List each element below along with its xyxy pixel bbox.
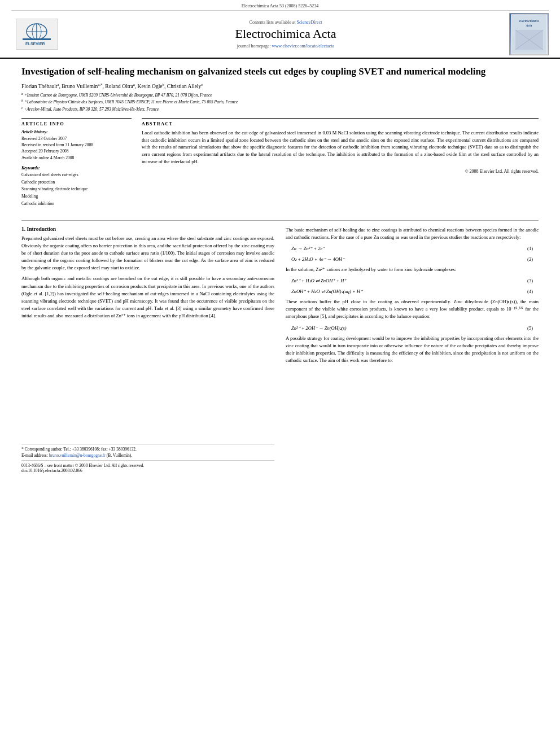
authors-line: Florian Thébaulta, Bruno Vuillemina,*, R… xyxy=(21,84,539,89)
elsevier-logo: ELSEVIER xyxy=(11,19,62,50)
keywords-group: Keywords: Galvanized steel sheets cut-ed… xyxy=(21,165,132,208)
right-para6: A possible strategy for coating developm… xyxy=(286,335,539,365)
equation-5: Zn²⁺ + 2OH⁻ → Zn(OH)₂(s) (5) xyxy=(286,324,539,332)
article-info-label: ARTICLE INFO xyxy=(21,121,132,126)
article-history: Article history: Received 23 October 200… xyxy=(21,129,132,161)
online-date: Available online 4 March 2008 xyxy=(21,155,132,161)
intro-heading: 1. Introduction xyxy=(21,226,274,232)
abstract-panel: ABSTRACT Local cathodic inhibition has b… xyxy=(142,118,539,212)
eq2-num: (2) xyxy=(527,256,533,262)
body-right-column: The basic mechanism of self-healing due … xyxy=(286,226,539,474)
equation-3: Zn²⁺ + H₂O ⇌ ZnOH⁺ + H⁺ (3) xyxy=(286,277,539,285)
page: Electrochimica Acta 53 (2008) 5226–5234 … xyxy=(0,0,560,747)
journal-title: Electrochimica Acta xyxy=(73,27,498,41)
eq3-text: Zn²⁺ + H₂O ⇌ ZnOH⁺ + H⁺ xyxy=(291,278,346,283)
section-divider xyxy=(21,220,539,221)
eq2-text: O₂ + 2H₂O + 4e⁻ → 4OH⁻ xyxy=(291,256,344,262)
journal-cover-image: Electrochimica Acta xyxy=(509,13,549,55)
equation-2: O₂ + 2H₂O + 4e⁻ → 4OH⁻ (2) xyxy=(286,255,539,263)
contents-available: Contents lists available at ScienceDirec… xyxy=(73,20,498,25)
accepted-date: Accepted 20 February 2008 xyxy=(21,148,132,154)
right-para3: The basic mechanism of self-healing due … xyxy=(286,226,539,241)
affil-a: a ᵃ Institut Carnot de Bourgogne, UMR 52… xyxy=(21,92,539,98)
keywords-list: Galvanized steel sheets cut-edges Cathod… xyxy=(21,172,132,208)
svg-text:Acta: Acta xyxy=(525,24,532,27)
body-two-col: 1. Introduction Prepainted galvanized st… xyxy=(21,226,539,474)
eq4-num: (4) xyxy=(527,289,533,294)
journal-homepage: journal homepage: www.elsevier.com/locat… xyxy=(73,43,498,49)
corresp-note: * Corresponding author. Tel.: +33 380396… xyxy=(21,447,274,452)
keywords-label: Keywords: xyxy=(21,165,132,171)
eq5-text: Zn²⁺ + 2OH⁻ → Zn(OH)₂(s) xyxy=(291,325,347,331)
eq4-text: ZnOH⁺ + H₂O ⇌ Zn(OH)₂(aq) + H⁺ xyxy=(291,289,362,294)
keyword-5: Cathodic inhibition xyxy=(21,200,132,208)
history-label: Article history: xyxy=(21,129,132,134)
journal-citation: Electrochimica Acta 53 (2008) 5226–5234 xyxy=(11,3,549,11)
revised-date: Received in revised form 31 January 2008 xyxy=(21,142,132,148)
abstract-label: ABSTRACT xyxy=(142,121,539,126)
svg-text:Electrochimica: Electrochimica xyxy=(518,19,539,23)
article-info-panel: ARTICLE INFO Article history: Received 2… xyxy=(21,118,132,212)
keyword-3: Scanning vibrating electrode technique xyxy=(21,186,132,193)
keyword-4: Modeling xyxy=(21,193,132,200)
affiliations: a ᵃ Institut Carnot de Bourgogne, UMR 52… xyxy=(21,92,539,112)
sciencedirect-link[interactable]: ScienceDirect xyxy=(297,20,322,25)
footer-doi: 0013-4686/$ – see front matter © 2008 El… xyxy=(21,460,274,473)
keyword-1: Galvanized steel sheets cut-edges xyxy=(21,172,132,179)
email-link[interactable]: bruno.vuillemin@u-bourgogne.fr xyxy=(49,453,106,458)
eq1-num: (1) xyxy=(527,246,533,251)
body-left-column: 1. Introduction Prepainted galvanized st… xyxy=(21,226,274,474)
equation-4: ZnOH⁺ + H₂O ⇌ Zn(OH)₂(aq) + H⁺ (4) xyxy=(286,287,539,295)
affil-c: c ᶜ Arcelor-Mittal, Auto Products, BP 30… xyxy=(21,106,539,112)
article-body: Investigation of self-healing mechanism … xyxy=(0,59,560,484)
eq1-text: Zn → Zn²⁺ + 2e⁻ xyxy=(291,246,325,251)
abstract-text: Local cathodic inhibition has been obser… xyxy=(142,129,539,165)
intro-para2: Although both organic and metallic coati… xyxy=(21,275,274,320)
right-para5: These reactions buffer the pH close to t… xyxy=(286,298,539,321)
email-note: E-mail address: bruno.vuillemin@u-bourgo… xyxy=(21,453,274,458)
copyright-line: © 2008 Elsevier Ltd. All rights reserved… xyxy=(142,169,539,174)
affil-b: b ᵇ Laboratoire de Physico-Chimie des Su… xyxy=(21,99,539,105)
journal-branding: ELSEVIER Contents lists available at Sci… xyxy=(11,13,549,55)
received-date: Received 23 October 2007 xyxy=(21,136,132,142)
eq3-num: (3) xyxy=(527,278,533,283)
eq5-num: (5) xyxy=(527,325,533,331)
journal-header: Electrochimica Acta 53 (2008) 5226–5234 … xyxy=(0,0,560,59)
keyword-2: Cathodic protection xyxy=(21,179,132,186)
intro-para1: Prepainted galvanized steel sheets must … xyxy=(21,235,274,272)
article-info-abstract-layout: ARTICLE INFO Article history: Received 2… xyxy=(21,118,539,212)
svg-text:ELSEVIER: ELSEVIER xyxy=(25,42,45,46)
equation-1: Zn → Zn²⁺ + 2e⁻ (1) xyxy=(286,244,539,252)
footnote-area: * Corresponding author. Tel.: +33 380396… xyxy=(21,444,274,473)
journal-title-center: Contents lists available at ScienceDirec… xyxy=(62,20,509,49)
homepage-url[interactable]: www.elsevier.com/locate/electacta xyxy=(272,43,335,49)
article-title: Investigation of self-healing mechanism … xyxy=(21,65,539,78)
right-para4: In the solution, Zn²⁺ cations are hydrol… xyxy=(286,266,539,273)
elsevier-tree-image: ELSEVIER xyxy=(16,19,58,50)
